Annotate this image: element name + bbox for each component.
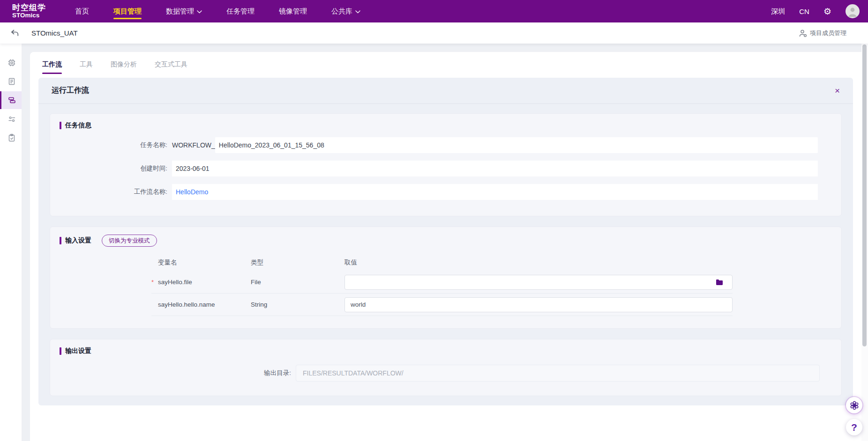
create-time-value: 2023-06-01 bbox=[172, 161, 818, 176]
scrollbar-track[interactable] bbox=[861, 44, 868, 441]
main-area: 工作流 工具 图像分析 交互式工具 运行工作流 × bbox=[22, 44, 861, 441]
logo-line1: 时空组学 bbox=[12, 4, 46, 12]
back-arrow-icon bbox=[10, 29, 19, 37]
tab-interactive-tools[interactable]: 交互式工具 bbox=[155, 60, 187, 74]
help-button[interactable]: ? bbox=[846, 419, 862, 435]
section-marker bbox=[60, 347, 61, 355]
nav-item-image-management[interactable]: 镜像管理 bbox=[279, 0, 307, 22]
col-header-variable: 变量名 bbox=[158, 258, 177, 267]
table-header-row: 变量名 类型 取值 bbox=[151, 254, 733, 271]
run-workflow-panel: 运行工作流 × 任务信息 任务名称: bbox=[38, 78, 853, 405]
section-marker bbox=[60, 237, 61, 244]
nav-item-data-management[interactable]: 数据管理 bbox=[166, 0, 202, 22]
scrollbar-thumb[interactable] bbox=[862, 44, 867, 346]
tab-image-analysis[interactable]: 图像分析 bbox=[111, 60, 137, 74]
back-button[interactable] bbox=[10, 29, 19, 37]
sidebar-item-document[interactable] bbox=[0, 73, 22, 90]
sidebar-item-tasks[interactable] bbox=[0, 129, 22, 147]
task-name-label: 任务名称: bbox=[60, 141, 172, 149]
browse-files-button[interactable] bbox=[716, 279, 723, 286]
output-settings-section: 输出设置 输出目录: bbox=[50, 339, 842, 396]
page-header: STOmics_UAT 项目成员管理 bbox=[0, 22, 868, 44]
workflow-icon bbox=[7, 96, 16, 105]
main-nav: 首页 项目管理 数据管理 任务管理 镜像管理 公共库 bbox=[75, 0, 360, 22]
nav-item-task-management[interactable]: 任务管理 bbox=[226, 0, 254, 22]
create-time-label: 创建时间: bbox=[60, 164, 172, 173]
chevron-down-icon bbox=[355, 10, 360, 14]
section-title: 任务信息 bbox=[60, 121, 832, 130]
variable-type: File bbox=[251, 279, 344, 286]
input-settings-section: 输入设置 切换为专业模式 变量名 类型 取值 bbox=[50, 227, 842, 329]
clipboard-icon bbox=[7, 133, 16, 142]
folder-icon bbox=[716, 279, 723, 286]
panel-header: 运行工作流 × bbox=[38, 78, 853, 104]
panel-title: 运行工作流 bbox=[52, 86, 89, 96]
string-value-input[interactable] bbox=[344, 297, 733, 312]
top-navbar: 时空组学 STOmics 首页 项目管理 数据管理 任务管理 镜像管理 公共库 … bbox=[0, 0, 868, 22]
create-time-row: 创建时间: 2023-06-01 bbox=[60, 157, 832, 180]
table-row: sayHello.hello.name String bbox=[151, 294, 733, 316]
project-member-management-link[interactable]: 项目成员管理 bbox=[799, 29, 846, 37]
tab-workflow[interactable]: 工作流 bbox=[42, 60, 62, 74]
tab-bar: 工作流 工具 图像分析 交互式工具 bbox=[30, 52, 861, 74]
workflow-name-link[interactable]: HelloDemo bbox=[176, 188, 208, 196]
settings-gear-icon[interactable]: ⚙ bbox=[823, 7, 831, 16]
user-settings-icon bbox=[799, 29, 807, 37]
task-name-input[interactable] bbox=[215, 137, 818, 153]
col-header-type: 类型 bbox=[251, 258, 344, 267]
language-toggle[interactable]: CN bbox=[799, 7, 809, 15]
section-title: 输出设置 bbox=[60, 347, 832, 355]
variable-name: sayHello.file bbox=[158, 279, 192, 286]
openai-flower-icon bbox=[849, 400, 860, 411]
chip-icon bbox=[7, 58, 16, 67]
variable-type: String bbox=[251, 301, 344, 308]
logo: 时空组学 STOmics bbox=[12, 4, 46, 19]
task-name-row: 任务名称: WORKFLOW_ bbox=[60, 133, 832, 157]
left-sidebar bbox=[0, 44, 22, 441]
app-body: 工作流 工具 图像分析 交互式工具 运行工作流 × bbox=[0, 44, 868, 441]
variable-name: sayHello.hello.name bbox=[158, 301, 215, 308]
panel-body: 任务信息 任务名称: WORKFLOW_ bbox=[38, 104, 853, 405]
col-header-value: 取值 bbox=[344, 258, 733, 267]
sidebar-item-workflow[interactable] bbox=[0, 91, 22, 109]
output-dir-input bbox=[296, 365, 820, 382]
logo-line2: STOmics bbox=[12, 12, 46, 19]
nav-item-public-library[interactable]: 公共库 bbox=[331, 0, 360, 22]
tab-tools[interactable]: 工具 bbox=[80, 60, 93, 74]
chevron-down-icon bbox=[197, 10, 202, 14]
region-selector[interactable]: 深圳 bbox=[771, 7, 785, 16]
section-title: 输入设置 切换为专业模式 bbox=[60, 235, 832, 247]
close-icon[interactable]: × bbox=[835, 86, 840, 95]
page-title: STOmics_UAT bbox=[31, 29, 78, 37]
output-dir-label: 输出目录: bbox=[60, 369, 296, 377]
document-icon bbox=[7, 77, 16, 86]
content-card: 工作流 工具 图像分析 交互式工具 运行工作流 × bbox=[30, 52, 861, 441]
sidebar-item-parameters[interactable] bbox=[0, 110, 22, 128]
sidebar-item-chip[interactable] bbox=[0, 54, 22, 72]
app: 时空组学 STOmics 首页 项目管理 数据管理 任务管理 镜像管理 公共库 … bbox=[0, 0, 868, 441]
nav-item-project-management[interactable]: 项目管理 bbox=[113, 0, 142, 22]
person-icon bbox=[846, 4, 860, 18]
section-marker bbox=[60, 122, 61, 129]
table-row: * sayHello.file File bbox=[151, 271, 733, 294]
output-dir-row: 输出目录: bbox=[60, 365, 820, 382]
workflow-name-row: 工作流名称: HelloDemo bbox=[60, 180, 832, 204]
topbar-right: 深圳 CN ⚙ bbox=[771, 4, 860, 18]
ai-assistant-button[interactable] bbox=[846, 397, 862, 413]
nav-item-home[interactable]: 首页 bbox=[75, 0, 89, 22]
switch-pro-mode-button[interactable]: 切换为专业模式 bbox=[102, 235, 157, 247]
user-avatar[interactable] bbox=[846, 4, 860, 18]
required-marker: * bbox=[151, 279, 158, 286]
variables-table: 变量名 类型 取值 * sayHello.file File bbox=[151, 254, 733, 316]
file-value-input[interactable] bbox=[344, 275, 733, 290]
task-info-section: 任务信息 任务名称: WORKFLOW_ bbox=[50, 113, 842, 216]
workflow-name-label: 工作流名称: bbox=[60, 188, 172, 196]
sliders-icon bbox=[7, 114, 16, 124]
task-name-prefix: WORKFLOW_ bbox=[172, 141, 215, 149]
